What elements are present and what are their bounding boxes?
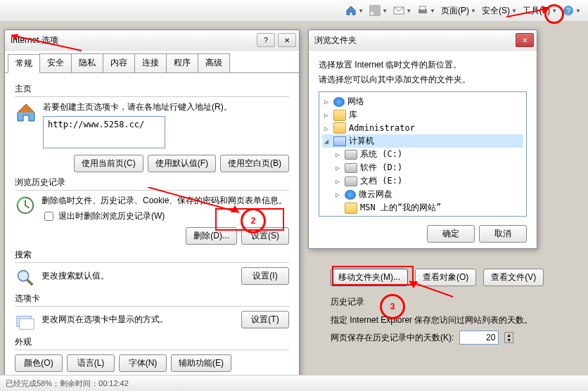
tree-label: 文档 (E:) xyxy=(360,175,402,187)
print-icon[interactable]: ▼ xyxy=(417,5,435,16)
tree-node[interactable]: ▷ Administrator xyxy=(322,122,523,134)
history-section-desc: 指定 Internet Explorer 保存您访问过网站列表的天数。 xyxy=(331,314,584,326)
history-section-label: 历史记录 xyxy=(331,296,584,308)
spinner-down[interactable]: ▼ xyxy=(505,338,513,342)
homepage-url-input[interactable] xyxy=(43,116,165,148)
svg-rect-0 xyxy=(369,5,381,16)
tree-label: 微云网盘 xyxy=(359,188,392,200)
tree-node[interactable]: ▷ 文档 (E:) xyxy=(322,174,523,188)
net-icon xyxy=(345,190,356,200)
tree-label: 系统 (C:) xyxy=(360,148,402,160)
tabs-desc: 更改网页在选项卡中显示的方式。 xyxy=(41,314,241,326)
drive-icon xyxy=(345,177,357,186)
house-icon xyxy=(15,101,37,124)
tab-privacy[interactable]: 隐私 xyxy=(71,53,103,72)
tab-content[interactable]: 内容 xyxy=(103,53,135,72)
tree-node[interactable]: ▷ 系统 (C:) xyxy=(322,148,523,161)
browse-ok-button[interactable]: 确定 xyxy=(427,225,475,243)
browse-cancel-button[interactable]: 取消 xyxy=(479,225,527,243)
svg-text:?: ? xyxy=(566,7,570,15)
tree-label: MSN 上的“我的网站” xyxy=(360,202,441,214)
tree-node[interactable]: ▷ 微云网盘 xyxy=(322,188,523,201)
tree-label: 软件 (D:) xyxy=(360,162,402,174)
tabs-icon xyxy=(15,311,36,332)
tab-security[interactable]: 安全 xyxy=(39,53,72,72)
tab-advanced[interactable]: 高级 xyxy=(198,53,230,72)
view-objects-button[interactable]: 查看对象(O) xyxy=(415,269,476,286)
pc-icon xyxy=(333,136,346,146)
history-icon xyxy=(15,195,36,216)
annotation-rect-move xyxy=(332,266,414,286)
folder-tree[interactable]: ▷ 网络▷ 库▷ Administrator◢ 计算机▷ 系统 (C:)▷ 软件… xyxy=(319,91,527,217)
days-input[interactable] xyxy=(459,331,499,345)
tabs-group-label: 选项卡 xyxy=(15,293,289,305)
folder-icon xyxy=(333,110,346,121)
svg-line-9 xyxy=(27,280,33,286)
browse-title: 浏览文件夹 xyxy=(314,34,357,46)
tab-strip: 常规 安全 隐私 内容 连接 程序 高级 xyxy=(5,51,299,73)
fonts-button[interactable]: 字体(N) xyxy=(119,354,167,372)
search-settings-button[interactable]: 设置(I) xyxy=(241,267,289,285)
svg-point-8 xyxy=(18,271,29,281)
spinner-up[interactable]: ▲ xyxy=(505,333,513,338)
search-group-label: 搜索 xyxy=(15,249,289,261)
tree-label: 计算机 xyxy=(349,135,374,147)
tree-node[interactable]: MSN 上的“我的网站” xyxy=(322,201,523,214)
close-button[interactable]: ✕ xyxy=(278,33,296,47)
tab-programs[interactable]: 程序 xyxy=(166,53,198,72)
browse-titlebar: 浏览文件夹 ✕ xyxy=(309,30,537,51)
tab-general[interactable]: 常规 xyxy=(8,54,40,73)
languages-button[interactable]: 语言(L) xyxy=(67,354,115,372)
svg-rect-11 xyxy=(20,319,34,329)
view-files-button[interactable]: 查看文件(V) xyxy=(483,269,544,286)
browse-folder-dialog: 浏览文件夹 ✕ 选择放置 Internet 临时文件的新位置。 请选择您可以向其… xyxy=(308,30,537,249)
search-desc: 更改搜索默认值。 xyxy=(41,270,241,282)
tree-label: 库 xyxy=(349,109,357,121)
browse-line2: 请选择您可以向其中添加文件的文件夹。 xyxy=(319,74,527,86)
folder-icon xyxy=(333,122,346,134)
dialog-title: Internet 选项 xyxy=(11,34,58,46)
magnifier-icon xyxy=(15,267,36,288)
tree-node[interactable]: ▷ 库 xyxy=(322,108,523,122)
net-icon xyxy=(333,97,345,107)
homepage-group-label: 主页 xyxy=(15,83,289,95)
homepage-desc: 若要创建主页选项卡，请在各地址行键入地址(R)。 xyxy=(43,101,289,113)
mail-icon[interactable]: ▼ xyxy=(393,5,411,16)
use-default-button[interactable]: 使用默认值(F) xyxy=(148,155,216,172)
svg-rect-4 xyxy=(420,6,426,10)
drive-icon xyxy=(345,150,357,160)
tools-menu[interactable]: 工具(T)▼ xyxy=(523,5,557,17)
safety-menu[interactable]: 安全(S)▼ xyxy=(482,5,517,17)
tree-node[interactable]: ▷ 网络 xyxy=(322,95,523,108)
home-icon[interactable]: ▼ xyxy=(345,5,364,16)
accessibility-button[interactable]: 辅助功能(E) xyxy=(171,354,231,372)
svg-point-1 xyxy=(371,12,373,15)
browse-line1: 选择放置 Internet 临时文件的新位置。 xyxy=(319,59,527,71)
help-icon[interactable]: ?▼ xyxy=(563,5,581,16)
tree-label: Administrator xyxy=(349,123,415,133)
close-button[interactable]: ✕ xyxy=(516,33,534,47)
tabs-settings-button[interactable]: 设置(T) xyxy=(241,311,289,328)
annotation-rect-settings xyxy=(215,208,284,231)
folder-icon xyxy=(345,203,357,214)
tree-node[interactable]: ◢ 计算机 xyxy=(322,134,523,148)
tree-node[interactable]: ▷ 软件 (D:) xyxy=(322,161,523,174)
history-desc: 删除临时文件、历史记录、Cookie、保存的密码和网页表单信息。 xyxy=(41,195,289,207)
history-group-label: 浏览历史记录 xyxy=(15,177,289,188)
tab-connections[interactable]: 连接 xyxy=(134,53,167,72)
status-bar: 已经完成58%；剩余时间：00:12:42 xyxy=(0,375,588,391)
use-blank-button[interactable]: 使用空白页(B) xyxy=(220,155,289,172)
page-menu[interactable]: 页面(P)▼ xyxy=(441,5,476,17)
drive-icon xyxy=(345,163,357,173)
use-current-button[interactable]: 使用当前页(C) xyxy=(74,155,143,172)
rss-icon[interactable]: ▼ xyxy=(369,5,388,16)
days-label: 网页保存在历史记录中的天数(K): xyxy=(331,332,454,344)
browser-toolbar: ▼ ▼ ▼ ▼ 页面(P)▼ 安全(S)▼ 工具(T)▼ ?▼ xyxy=(0,0,588,22)
appearance-group-label: 外观 xyxy=(15,336,289,348)
tree-label: 网络 xyxy=(347,96,364,108)
colors-button[interactable]: 颜色(O) xyxy=(15,354,63,372)
dialog-titlebar: Internet 选项 ? ✕ xyxy=(5,30,299,51)
help-button[interactable]: ? xyxy=(257,33,275,47)
